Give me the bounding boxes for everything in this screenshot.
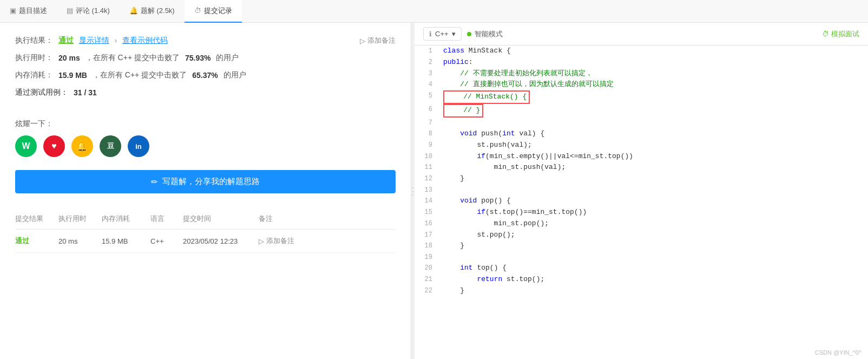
line-number: 7 [415, 118, 439, 128]
line-content: void push(int val) { [439, 128, 868, 140]
solutions-icon: 🔔 [129, 6, 138, 15]
tab-description[interactable]: ▣ 题目描述 [0, 0, 57, 23]
main-layout: 执行结果： 通过 显示详情 › 查看示例代码 ▷ 添加备注 执行用时： 20 m… [0, 23, 868, 359]
smart-mode-label: 智能模式 [475, 29, 503, 39]
share-section: 炫耀一下： W ♥ 🔔 豆 in [15, 119, 396, 157]
line-content: } [439, 285, 868, 297]
line-number: 12 [415, 173, 439, 185]
code-line: 19 [415, 252, 868, 263]
line-number: 3 [415, 68, 439, 80]
line-content: // MinStack() { [439, 90, 868, 104]
table-header: 提交结果 执行用时 内存消耗 语言 提交时间 备注 [15, 208, 396, 230]
code-line: 11 min_st.push(val); [415, 162, 868, 173]
line-number: 14 [415, 195, 439, 207]
show-details-link[interactable]: 显示详情 [79, 36, 109, 45]
share-icons: W ♥ 🔔 豆 in [15, 135, 396, 157]
editor-toolbar: ℹ C++ ▾ 智能模式 ⏱ 模拟面试 [415, 23, 868, 45]
test-cases-row: 通过测试用例： 31 / 31 [15, 88, 396, 97]
line-content [439, 118, 868, 128]
memory-percent: 65.37% [192, 71, 218, 80]
wechat-icon: W [22, 141, 30, 151]
row-memory: 15.9 MB [102, 237, 150, 245]
line-number: 16 [415, 218, 439, 230]
tab-solutions[interactable]: 🔔 题解 (2.5k) [120, 0, 185, 23]
line-content: min_st.pop(); [439, 218, 868, 230]
arrow-icon: › [115, 37, 117, 44]
share-wechat-btn[interactable]: W [15, 135, 37, 157]
line-number: 9 [415, 140, 439, 151]
weibo-icon: ♥ [51, 141, 57, 151]
testcases-label: 通过测试用例： [15, 88, 68, 97]
time-suffix: 的用户 [216, 53, 239, 63]
time-row: 执行用时： 20 ms ，在所有 C++ 提交中击败了 75.93% 的用户 [15, 53, 396, 63]
code-line: 5 // MinStack() { [415, 90, 868, 104]
line-content: if(min_st.empty()||val<=min_st.top()) [439, 151, 868, 162]
code-editor[interactable]: 1class MinStack {2public:3 // 不需要处理走初始化列… [415, 45, 868, 359]
row-time: 20 ms [58, 237, 102, 245]
result-status[interactable]: 通过 [58, 36, 74, 45]
description-icon: ▣ [10, 6, 16, 15]
code-line: 15 if(st.top()==min_st.top()) [415, 207, 868, 218]
code-line: 1class MinStack { [415, 45, 868, 57]
bell-icon: 🔔 [77, 141, 88, 152]
table-row: 通过 20 ms 15.9 MB C++ 2023/05/02 12:23 ▷ … [15, 230, 396, 253]
write-icon: ✏ [151, 177, 158, 187]
testcases-value: 31 / 31 [74, 88, 97, 97]
mock-interview-btn[interactable]: ⏱ 模拟面试 [822, 29, 859, 39]
row-note-icon: ▷ [259, 237, 264, 245]
share-bell-btn[interactable]: 🔔 [71, 135, 93, 157]
line-content [439, 252, 868, 263]
share-weibo-btn[interactable]: ♥ [43, 135, 65, 157]
left-panel: 执行结果： 通过 显示详情 › 查看示例代码 ▷ 添加备注 执行用时： 20 m… [0, 23, 411, 359]
header-result: 提交结果 [15, 214, 58, 224]
smart-mode-toggle[interactable]: 智能模式 [467, 29, 503, 39]
line-content: min_st.push(val); [439, 162, 868, 173]
tab-comments[interactable]: ▤ 评论 (1.4k) [57, 0, 120, 23]
panel-divider[interactable] [411, 23, 415, 359]
line-content: } [439, 173, 868, 185]
view-code-link[interactable]: 查看示例代码 [122, 36, 168, 45]
line-content: } [439, 240, 868, 252]
code-line: 12 } [415, 173, 868, 185]
line-content: public: [439, 57, 868, 68]
line-content: void pop() { [439, 195, 868, 207]
write-label: 写题解，分享我的解题思路 [162, 177, 260, 187]
line-content: class MinStack { [439, 45, 868, 57]
row-result[interactable]: 通过 [15, 236, 58, 246]
row-note-btn[interactable]: ▷ 添加备注 [259, 236, 396, 246]
line-number: 13 [415, 185, 439, 195]
share-douban-btn[interactable]: 豆 [100, 135, 121, 157]
line-content: int top() { [439, 263, 868, 274]
lang-selector[interactable]: ℹ C++ ▾ [423, 27, 462, 41]
tab-submissions[interactable]: ⏱ 提交记录 [185, 0, 242, 23]
add-note-icon: ▷ [360, 37, 365, 45]
submissions-icon: ⏱ [194, 6, 201, 15]
right-panel: ℹ C++ ▾ 智能模式 ⏱ 模拟面试 1class MinStack {2pu… [415, 23, 868, 359]
code-line: 18 } [415, 240, 868, 252]
line-number: 4 [415, 79, 439, 90]
line-content: // 不需要处理走初始化列表就可以搞定， [439, 68, 868, 80]
code-line: 17 st.pop(); [415, 230, 868, 241]
code-line: 9 st.push(val); [415, 140, 868, 151]
dropdown-icon: ▾ [452, 30, 456, 38]
smart-mode-dot [467, 32, 471, 36]
execution-label: 执行结果： [15, 36, 53, 45]
mock-interview-icon: ⏱ [822, 30, 829, 38]
code-line: 21 return st.top(); [415, 274, 868, 285]
line-number: 19 [415, 252, 439, 263]
comments-icon: ▤ [67, 6, 73, 15]
line-content: if(st.top()==min_st.top()) [439, 207, 868, 218]
share-linkedin-btn[interactable]: in [128, 135, 149, 157]
add-note-btn[interactable]: ▷ 添加备注 [360, 36, 396, 45]
line-number: 17 [415, 230, 439, 241]
mock-interview-label: 模拟面试 [831, 29, 859, 39]
write-solution-btn[interactable]: ✏ 写题解，分享我的解题思路 [15, 170, 396, 193]
code-line: 10 if(min_st.empty()||val<=min_st.top()) [415, 151, 868, 162]
csdn-watermark: CSDN @YIN_^0^ [815, 349, 862, 356]
row-note-label: 添加备注 [266, 236, 294, 246]
line-content: // 直接删掉也可以，因为默认生成的就可以搞定 [439, 79, 868, 90]
code-line: 13 [415, 185, 868, 195]
memory-suffix: 的用户 [223, 70, 246, 80]
line-number: 11 [415, 162, 439, 173]
code-table: 1class MinStack {2public:3 // 不需要处理走初始化列… [415, 45, 868, 297]
